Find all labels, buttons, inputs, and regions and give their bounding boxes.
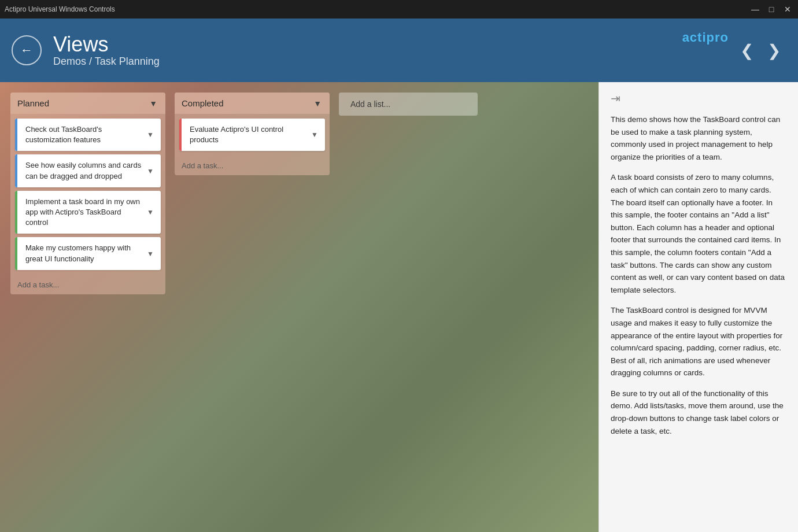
prev-button[interactable]: ❮ bbox=[734, 39, 759, 62]
header-text: Views Demos / Task Planning bbox=[53, 33, 160, 68]
task-card-menu-button[interactable]: ▼ bbox=[147, 131, 154, 139]
task-card[interactable]: Check out TaskBoard's customization feat… bbox=[15, 119, 161, 151]
task-card-menu-button[interactable]: ▼ bbox=[147, 208, 154, 216]
info-icon: ⇥ bbox=[611, 91, 620, 105]
sidebar-para-4: Be sure to try out all of the functional… bbox=[611, 387, 786, 437]
task-card-text: Check out TaskBoard's customization feat… bbox=[22, 124, 143, 145]
sidebar-para-2: A task board consists of zero to many co… bbox=[611, 171, 786, 296]
close-button[interactable]: ✕ bbox=[782, 5, 793, 14]
column-footer-planned: Add a task... bbox=[10, 275, 165, 294]
minimize-button[interactable]: — bbox=[749, 5, 761, 14]
back-arrow-icon: ← bbox=[20, 43, 33, 58]
column-body-planned: Check out TaskBoard's customization feat… bbox=[10, 114, 165, 275]
column-body-completed: Evaluate Actipro's UI control products ▼ bbox=[175, 114, 330, 156]
column-header-completed: Completed ▼ bbox=[175, 93, 330, 114]
main-content: Planned ▼ Check out TaskBoard's customiz… bbox=[0, 82, 798, 532]
board-area: Planned ▼ Check out TaskBoard's customiz… bbox=[0, 82, 598, 532]
logo-text-pro: pro bbox=[707, 30, 729, 45]
maximize-button[interactable]: □ bbox=[766, 5, 777, 14]
back-button[interactable]: ← bbox=[12, 35, 42, 65]
column-planned: Planned ▼ Check out TaskBoard's customiz… bbox=[10, 93, 165, 294]
task-card[interactable]: Evaluate Actipro's UI control products ▼ bbox=[179, 119, 325, 151]
title-bar-title: Actipro Universal Windows Controls bbox=[5, 5, 115, 13]
sidebar-icon-row: ⇥ bbox=[611, 91, 786, 105]
page-title: Views bbox=[53, 33, 160, 56]
add-list-button[interactable]: Add a list... bbox=[339, 93, 478, 116]
title-bar-controls: — □ ✕ bbox=[749, 5, 793, 14]
task-card-text: Evaluate Actipro's UI control products bbox=[186, 124, 308, 145]
next-button[interactable]: ❯ bbox=[762, 39, 786, 62]
sidebar: ⇥ This demo shows how the TaskBoard cont… bbox=[598, 82, 798, 532]
task-card-menu-button[interactable]: ▼ bbox=[147, 250, 154, 258]
task-card-text: Implement a task board in my own app wit… bbox=[22, 197, 143, 228]
logo-text-acti: acti bbox=[682, 30, 707, 45]
column-completed: Completed ▼ Evaluate Actipro's UI contro… bbox=[175, 93, 330, 175]
task-card[interactable]: See how easily columns and cards can be … bbox=[15, 154, 161, 187]
task-card-menu-button[interactable]: ▼ bbox=[147, 167, 154, 175]
column-title-completed: Completed bbox=[182, 98, 224, 108]
column-menu-button-planned[interactable]: ▼ bbox=[148, 99, 158, 108]
board-columns: Planned ▼ Check out TaskBoard's customiz… bbox=[10, 93, 588, 294]
task-card[interactable]: Implement a task board in my own app wit… bbox=[15, 191, 161, 234]
task-card[interactable]: Make my customers happy with great UI fu… bbox=[15, 237, 161, 269]
add-task-button-completed[interactable]: Add a task... bbox=[182, 161, 223, 170]
sidebar-description: This demo shows how the TaskBoard contro… bbox=[611, 113, 786, 437]
task-card-menu-button[interactable]: ▼ bbox=[311, 131, 318, 139]
task-card-text: See how easily columns and cards can be … bbox=[22, 160, 143, 181]
title-bar: Actipro Universal Windows Controls — □ ✕ bbox=[0, 0, 798, 19]
add-task-button-planned[interactable]: Add a task... bbox=[17, 280, 59, 289]
header-nav: ❮ ❯ bbox=[734, 39, 786, 62]
column-menu-button-completed[interactable]: ▼ bbox=[312, 99, 323, 108]
column-footer-completed: Add a task... bbox=[175, 156, 330, 175]
column-header-planned: Planned ▼ bbox=[10, 93, 165, 114]
add-list-container: Add a list... bbox=[339, 93, 478, 116]
app-header: ← Views Demos / Task Planning actipro ❮ … bbox=[0, 19, 798, 82]
sidebar-para-3: The TaskBoard control is designed for MV… bbox=[611, 304, 786, 379]
breadcrumb: Demos / Task Planning bbox=[53, 56, 160, 68]
sidebar-para-1: This demo shows how the TaskBoard contro… bbox=[611, 113, 786, 163]
actipro-logo: actipro bbox=[682, 30, 729, 45]
column-title-planned: Planned bbox=[17, 98, 49, 108]
task-card-text: Make my customers happy with great UI fu… bbox=[22, 243, 143, 264]
